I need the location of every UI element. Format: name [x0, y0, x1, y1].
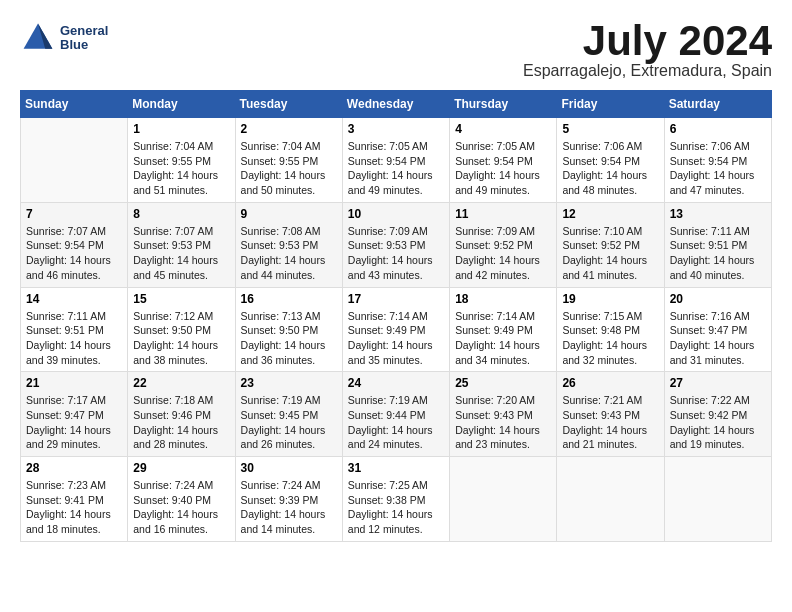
calendar-cell: 16Sunrise: 7:13 AM Sunset: 9:50 PM Dayli… — [235, 287, 342, 372]
calendar-cell: 18Sunrise: 7:14 AM Sunset: 9:49 PM Dayli… — [450, 287, 557, 372]
day-info: Sunrise: 7:14 AM Sunset: 9:49 PM Dayligh… — [348, 309, 444, 368]
calendar-week-2: 7Sunrise: 7:07 AM Sunset: 9:54 PM Daylig… — [21, 202, 772, 287]
day-info: Sunrise: 7:05 AM Sunset: 9:54 PM Dayligh… — [348, 139, 444, 198]
day-info: Sunrise: 7:25 AM Sunset: 9:38 PM Dayligh… — [348, 478, 444, 537]
day-info: Sunrise: 7:19 AM Sunset: 9:44 PM Dayligh… — [348, 393, 444, 452]
location-title: Esparragalejo, Extremadura, Spain — [523, 62, 772, 80]
calendar-cell: 25Sunrise: 7:20 AM Sunset: 9:43 PM Dayli… — [450, 372, 557, 457]
day-number: 8 — [133, 207, 229, 221]
day-info: Sunrise: 7:07 AM Sunset: 9:54 PM Dayligh… — [26, 224, 122, 283]
calendar-cell: 29Sunrise: 7:24 AM Sunset: 9:40 PM Dayli… — [128, 457, 235, 542]
day-number: 17 — [348, 292, 444, 306]
day-number: 7 — [26, 207, 122, 221]
day-info: Sunrise: 7:10 AM Sunset: 9:52 PM Dayligh… — [562, 224, 658, 283]
calendar-cell: 28Sunrise: 7:23 AM Sunset: 9:41 PM Dayli… — [21, 457, 128, 542]
day-info: Sunrise: 7:15 AM Sunset: 9:48 PM Dayligh… — [562, 309, 658, 368]
day-info: Sunrise: 7:05 AM Sunset: 9:54 PM Dayligh… — [455, 139, 551, 198]
day-info: Sunrise: 7:17 AM Sunset: 9:47 PM Dayligh… — [26, 393, 122, 452]
calendar-cell — [450, 457, 557, 542]
day-number: 22 — [133, 376, 229, 390]
day-info: Sunrise: 7:24 AM Sunset: 9:40 PM Dayligh… — [133, 478, 229, 537]
calendar-cell: 5Sunrise: 7:06 AM Sunset: 9:54 PM Daylig… — [557, 118, 664, 203]
day-number: 4 — [455, 122, 551, 136]
logo-line2: Blue — [60, 38, 108, 52]
header-day-friday: Friday — [557, 91, 664, 118]
day-number: 31 — [348, 461, 444, 475]
day-number: 2 — [241, 122, 337, 136]
calendar-cell: 26Sunrise: 7:21 AM Sunset: 9:43 PM Dayli… — [557, 372, 664, 457]
calendar-cell: 17Sunrise: 7:14 AM Sunset: 9:49 PM Dayli… — [342, 287, 449, 372]
header-day-monday: Monday — [128, 91, 235, 118]
calendar-week-3: 14Sunrise: 7:11 AM Sunset: 9:51 PM Dayli… — [21, 287, 772, 372]
day-info: Sunrise: 7:04 AM Sunset: 9:55 PM Dayligh… — [133, 139, 229, 198]
day-number: 19 — [562, 292, 658, 306]
day-number: 13 — [670, 207, 766, 221]
calendar-cell: 15Sunrise: 7:12 AM Sunset: 9:50 PM Dayli… — [128, 287, 235, 372]
day-info: Sunrise: 7:21 AM Sunset: 9:43 PM Dayligh… — [562, 393, 658, 452]
calendar-cell: 12Sunrise: 7:10 AM Sunset: 9:52 PM Dayli… — [557, 202, 664, 287]
day-number: 9 — [241, 207, 337, 221]
day-info: Sunrise: 7:23 AM Sunset: 9:41 PM Dayligh… — [26, 478, 122, 537]
calendar-cell: 22Sunrise: 7:18 AM Sunset: 9:46 PM Dayli… — [128, 372, 235, 457]
day-number: 23 — [241, 376, 337, 390]
logo-text: General Blue — [60, 24, 108, 53]
calendar-week-1: 1Sunrise: 7:04 AM Sunset: 9:55 PM Daylig… — [21, 118, 772, 203]
logo-line1: General — [60, 24, 108, 38]
day-number: 10 — [348, 207, 444, 221]
day-number: 16 — [241, 292, 337, 306]
day-number: 30 — [241, 461, 337, 475]
calendar-cell: 27Sunrise: 7:22 AM Sunset: 9:42 PM Dayli… — [664, 372, 771, 457]
day-number: 12 — [562, 207, 658, 221]
calendar-header: SundayMondayTuesdayWednesdayThursdayFrid… — [21, 91, 772, 118]
day-info: Sunrise: 7:09 AM Sunset: 9:53 PM Dayligh… — [348, 224, 444, 283]
calendar-cell — [21, 118, 128, 203]
day-info: Sunrise: 7:06 AM Sunset: 9:54 PM Dayligh… — [562, 139, 658, 198]
day-number: 21 — [26, 376, 122, 390]
logo-icon — [20, 20, 56, 56]
day-info: Sunrise: 7:19 AM Sunset: 9:45 PM Dayligh… — [241, 393, 337, 452]
calendar-cell: 23Sunrise: 7:19 AM Sunset: 9:45 PM Dayli… — [235, 372, 342, 457]
calendar-cell: 20Sunrise: 7:16 AM Sunset: 9:47 PM Dayli… — [664, 287, 771, 372]
calendar-cell: 10Sunrise: 7:09 AM Sunset: 9:53 PM Dayli… — [342, 202, 449, 287]
day-number: 25 — [455, 376, 551, 390]
day-info: Sunrise: 7:20 AM Sunset: 9:43 PM Dayligh… — [455, 393, 551, 452]
calendar-cell: 1Sunrise: 7:04 AM Sunset: 9:55 PM Daylig… — [128, 118, 235, 203]
day-number: 20 — [670, 292, 766, 306]
day-info: Sunrise: 7:13 AM Sunset: 9:50 PM Dayligh… — [241, 309, 337, 368]
calendar-cell: 9Sunrise: 7:08 AM Sunset: 9:53 PM Daylig… — [235, 202, 342, 287]
header: General Blue July 2024 Esparragalejo, Ex… — [20, 20, 772, 80]
day-number: 27 — [670, 376, 766, 390]
month-title: July 2024 — [523, 20, 772, 62]
day-number: 1 — [133, 122, 229, 136]
day-info: Sunrise: 7:06 AM Sunset: 9:54 PM Dayligh… — [670, 139, 766, 198]
day-info: Sunrise: 7:12 AM Sunset: 9:50 PM Dayligh… — [133, 309, 229, 368]
day-number: 18 — [455, 292, 551, 306]
calendar-cell: 2Sunrise: 7:04 AM Sunset: 9:55 PM Daylig… — [235, 118, 342, 203]
calendar-body: 1Sunrise: 7:04 AM Sunset: 9:55 PM Daylig… — [21, 118, 772, 542]
calendar-cell: 24Sunrise: 7:19 AM Sunset: 9:44 PM Dayli… — [342, 372, 449, 457]
header-row: SundayMondayTuesdayWednesdayThursdayFrid… — [21, 91, 772, 118]
calendar-cell: 8Sunrise: 7:07 AM Sunset: 9:53 PM Daylig… — [128, 202, 235, 287]
day-number: 6 — [670, 122, 766, 136]
calendar-cell — [664, 457, 771, 542]
day-number: 11 — [455, 207, 551, 221]
calendar-cell: 13Sunrise: 7:11 AM Sunset: 9:51 PM Dayli… — [664, 202, 771, 287]
header-day-sunday: Sunday — [21, 91, 128, 118]
calendar-cell: 31Sunrise: 7:25 AM Sunset: 9:38 PM Dayli… — [342, 457, 449, 542]
day-number: 24 — [348, 376, 444, 390]
calendar-cell: 4Sunrise: 7:05 AM Sunset: 9:54 PM Daylig… — [450, 118, 557, 203]
day-info: Sunrise: 7:22 AM Sunset: 9:42 PM Dayligh… — [670, 393, 766, 452]
calendar-week-4: 21Sunrise: 7:17 AM Sunset: 9:47 PM Dayli… — [21, 372, 772, 457]
header-day-saturday: Saturday — [664, 91, 771, 118]
logo: General Blue — [20, 20, 108, 56]
day-number: 28 — [26, 461, 122, 475]
day-info: Sunrise: 7:11 AM Sunset: 9:51 PM Dayligh… — [26, 309, 122, 368]
calendar-cell — [557, 457, 664, 542]
calendar-week-5: 28Sunrise: 7:23 AM Sunset: 9:41 PM Dayli… — [21, 457, 772, 542]
day-info: Sunrise: 7:07 AM Sunset: 9:53 PM Dayligh… — [133, 224, 229, 283]
day-number: 5 — [562, 122, 658, 136]
calendar-cell: 6Sunrise: 7:06 AM Sunset: 9:54 PM Daylig… — [664, 118, 771, 203]
day-number: 3 — [348, 122, 444, 136]
calendar-cell: 30Sunrise: 7:24 AM Sunset: 9:39 PM Dayli… — [235, 457, 342, 542]
calendar-cell: 21Sunrise: 7:17 AM Sunset: 9:47 PM Dayli… — [21, 372, 128, 457]
